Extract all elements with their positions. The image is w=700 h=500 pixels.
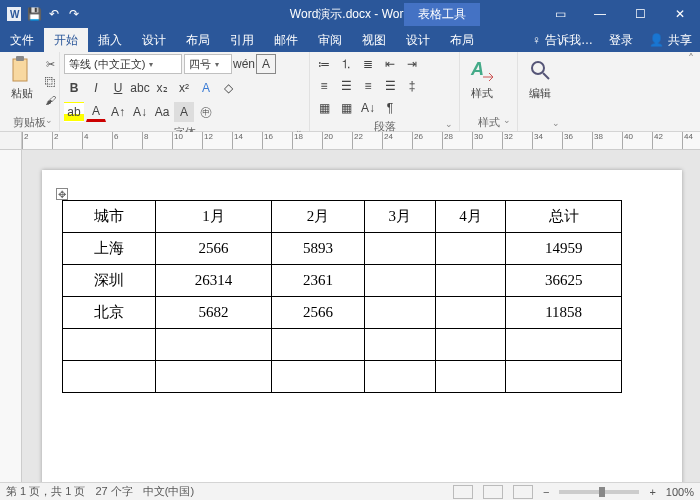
- table-header-cell[interactable]: 总计: [506, 201, 622, 233]
- line-spacing-icon[interactable]: ‡: [402, 76, 422, 96]
- table-cell[interactable]: [506, 361, 622, 393]
- zoom-in-icon[interactable]: +: [649, 486, 655, 498]
- table-cell[interactable]: [365, 265, 436, 297]
- tab-邮件[interactable]: 邮件: [264, 28, 308, 52]
- table-cell[interactable]: 11858: [506, 297, 622, 329]
- italic-icon[interactable]: I: [86, 78, 106, 98]
- ribbon-options-icon[interactable]: ▭: [540, 0, 580, 28]
- subscript-icon[interactable]: x₂: [152, 78, 172, 98]
- increase-indent-icon[interactable]: ⇥: [402, 54, 422, 74]
- change-case-icon[interactable]: Aa: [152, 102, 172, 122]
- table-cell[interactable]: 2361: [271, 265, 364, 297]
- phonetic-guide-icon[interactable]: wén: [234, 54, 254, 74]
- redo-icon[interactable]: ↷: [66, 6, 82, 22]
- align-center-icon[interactable]: ☰: [336, 76, 356, 96]
- table-row[interactable]: 上海2566589314959: [63, 233, 622, 265]
- tab-布局[interactable]: 布局: [176, 28, 220, 52]
- tab-引用[interactable]: 引用: [220, 28, 264, 52]
- zoom-level[interactable]: 100%: [666, 486, 694, 498]
- minimize-icon[interactable]: ―: [580, 0, 620, 28]
- table-cell[interactable]: 14959: [506, 233, 622, 265]
- table-header-cell[interactable]: 1月: [156, 201, 272, 233]
- cut-icon[interactable]: ✂: [42, 56, 58, 72]
- undo-icon[interactable]: ↶: [46, 6, 62, 22]
- web-layout-icon[interactable]: [513, 485, 533, 499]
- table-header-cell[interactable]: 2月: [271, 201, 364, 233]
- print-layout-icon[interactable]: [483, 485, 503, 499]
- styles-button[interactable]: A 样式: [464, 54, 500, 103]
- table-cell[interactable]: [365, 233, 436, 265]
- tab-布局[interactable]: 布局: [440, 28, 484, 52]
- table-cell[interactable]: [435, 361, 506, 393]
- paste-button[interactable]: 粘贴: [4, 54, 40, 103]
- show-marks-icon[interactable]: ¶: [380, 98, 400, 118]
- table-cell[interactable]: 深圳: [63, 265, 156, 297]
- highlight-icon[interactable]: ab: [64, 102, 84, 122]
- table-cell[interactable]: [271, 361, 364, 393]
- table-cell[interactable]: [435, 297, 506, 329]
- table-cell[interactable]: 5682: [156, 297, 272, 329]
- table-cell[interactable]: 北京: [63, 297, 156, 329]
- table-cell[interactable]: 2566: [156, 233, 272, 265]
- table-cell[interactable]: 2566: [271, 297, 364, 329]
- document-table[interactable]: 城市1月2月3月4月总计 上海2566589314959深圳2631423613…: [62, 200, 622, 393]
- tab-插入[interactable]: 插入: [88, 28, 132, 52]
- align-right-icon[interactable]: ≡: [358, 76, 378, 96]
- page-scroll[interactable]: ✥ 城市1月2月3月4月总计 上海2566589314959深圳26314236…: [22, 150, 700, 482]
- copy-icon[interactable]: ⿻: [42, 74, 58, 90]
- table-row[interactable]: 北京5682256611858: [63, 297, 622, 329]
- justify-icon[interactable]: ☰: [380, 76, 400, 96]
- page-count[interactable]: 第 1 页，共 1 页: [6, 484, 85, 499]
- table-header-cell[interactable]: 3月: [365, 201, 436, 233]
- table-cell[interactable]: [435, 233, 506, 265]
- tab-设计[interactable]: 设计: [396, 28, 440, 52]
- login-button[interactable]: 登录: [601, 28, 641, 52]
- table-cell[interactable]: [506, 329, 622, 361]
- enclose-char-icon[interactable]: ㊥: [196, 102, 216, 122]
- table-row[interactable]: [63, 361, 622, 393]
- table-row[interactable]: 深圳26314236136625: [63, 265, 622, 297]
- table-cell[interactable]: [435, 329, 506, 361]
- table-header-row[interactable]: 城市1月2月3月4月总计: [63, 201, 622, 233]
- table-header-cell[interactable]: 城市: [63, 201, 156, 233]
- tell-me[interactable]: ♀ 告诉我…: [524, 28, 601, 52]
- table-cell[interactable]: 26314: [156, 265, 272, 297]
- numbering-icon[interactable]: ⒈: [336, 54, 356, 74]
- share-button[interactable]: 👤 共享: [641, 28, 700, 52]
- save-icon[interactable]: 💾: [26, 6, 42, 22]
- shading-icon[interactable]: ▦: [314, 98, 334, 118]
- bullets-icon[interactable]: ≔: [314, 54, 334, 74]
- clear-format-icon[interactable]: ◇: [218, 78, 238, 98]
- table-cell[interactable]: 5893: [271, 233, 364, 265]
- table-cell[interactable]: [156, 329, 272, 361]
- strikethrough-icon[interactable]: abc: [130, 78, 150, 98]
- table-move-handle-icon[interactable]: ✥: [56, 188, 68, 200]
- table-cell[interactable]: 上海: [63, 233, 156, 265]
- vertical-ruler[interactable]: [0, 150, 22, 482]
- maximize-icon[interactable]: ☐: [620, 0, 660, 28]
- table-cell[interactable]: 36625: [506, 265, 622, 297]
- bold-icon[interactable]: B: [64, 78, 84, 98]
- superscript-icon[interactable]: x²: [174, 78, 194, 98]
- tab-审阅[interactable]: 审阅: [308, 28, 352, 52]
- word-count[interactable]: 27 个字: [95, 484, 132, 499]
- collapse-ribbon-icon[interactable]: ˄: [682, 52, 700, 131]
- zoom-slider[interactable]: [559, 490, 639, 494]
- tab-设计[interactable]: 设计: [132, 28, 176, 52]
- table-cell[interactable]: [63, 329, 156, 361]
- sort-icon[interactable]: A↓: [358, 98, 378, 118]
- tab-视图[interactable]: 视图: [352, 28, 396, 52]
- font-color-icon[interactable]: A: [86, 102, 106, 122]
- text-effects-icon[interactable]: A: [196, 78, 216, 98]
- editing-button[interactable]: 编辑: [522, 54, 558, 103]
- close-icon[interactable]: ✕: [660, 0, 700, 28]
- table-cell[interactable]: [156, 361, 272, 393]
- table-cell[interactable]: [271, 329, 364, 361]
- language[interactable]: 中文(中国): [143, 484, 194, 499]
- char-shading-icon[interactable]: A: [174, 102, 194, 122]
- table-cell[interactable]: [63, 361, 156, 393]
- grow-font-icon[interactable]: A↑: [108, 102, 128, 122]
- table-cell[interactable]: [365, 361, 436, 393]
- borders-icon[interactable]: ▦: [336, 98, 356, 118]
- format-painter-icon[interactable]: 🖌: [42, 92, 58, 108]
